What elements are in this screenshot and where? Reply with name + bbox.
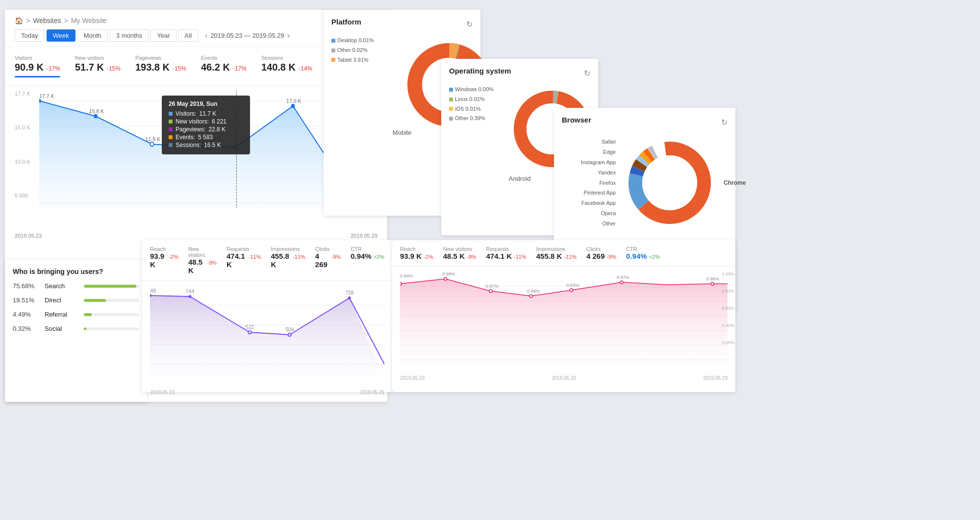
c1-val2: 744 [186, 289, 194, 294]
os-refresh-icon[interactable]: ↻ [584, 69, 590, 78]
c2-pt4 [529, 295, 532, 297]
direct-bar-container [84, 299, 139, 302]
c2-pt3 [489, 290, 492, 293]
os-legend-windows: Windows 0.00% [449, 85, 503, 95]
c2-pt1 [400, 282, 402, 285]
sessions-value: 140.8 K [261, 62, 296, 73]
direct-pct: 19.51% [13, 297, 40, 304]
platform-legend-other: Other 0.02% [331, 46, 395, 55]
c2-ctr: CTR 0.94% +2% [626, 246, 660, 260]
c1-pt4 [288, 333, 291, 336]
date-end-label: 2019.05.29 [351, 233, 377, 239]
date-start-label: 2019.05.23 [15, 233, 42, 239]
c1-date-start: 2019.05.23 [150, 390, 175, 395]
social-name: Social [45, 325, 79, 332]
c1-val3: 522 [246, 324, 254, 330]
direct-bar [84, 299, 106, 302]
tooltip-events: Events: 5 583 [169, 134, 243, 141]
home-icon[interactable]: 🏠 [15, 17, 23, 25]
breadcrumb-websites[interactable]: Websites [33, 17, 61, 25]
referral-bar [84, 313, 92, 316]
tooltip-newv-label: New visitors: [176, 118, 209, 125]
tooltip-new-visitors: New visitors: 6 221 [169, 118, 243, 125]
filter-3months[interactable]: 3 months [110, 29, 149, 42]
date-range-label: 2019.05.23 — 2019.05.29 [210, 32, 284, 39]
tooltip-ev-val: 5 583 [198, 134, 213, 141]
c2-pct6: 0.97% [617, 275, 629, 280]
filter-year[interactable]: Year [151, 29, 176, 42]
search-bar-container [84, 285, 139, 288]
tooltip-ev-dot [169, 135, 173, 139]
pageviews-value: 193.8 K [135, 62, 170, 73]
tooltip-date: 26 May 2019, Sun [169, 100, 243, 107]
c1-pt2 [188, 295, 191, 298]
c1-val4: 504 [286, 327, 294, 332]
os-title: Operating system [449, 67, 511, 75]
new-visitors-label: New visitors [75, 55, 121, 61]
y-label-3: 10.0 K [15, 159, 30, 165]
console1-chart-svg: 748 744 522 504 726 [150, 286, 384, 376]
c2-pt6 [620, 281, 623, 284]
visitors-label: Visitors [15, 55, 60, 61]
console-card-2: Reach 93.9 K -2% New visitors 48.5 K -9%… [392, 240, 735, 392]
y-label-4: 5 000 [15, 193, 30, 198]
browser-legend-facebook: Facebook App [562, 198, 616, 208]
c2-pt7 [711, 282, 714, 285]
chart-point-6 [291, 104, 295, 108]
c2-pct7: 0.96% [706, 276, 719, 281]
filter-week[interactable]: Week [47, 29, 75, 42]
point-label-1: 17.7 K [39, 93, 54, 99]
source-search: 75.68% Search [13, 282, 139, 290]
console1-metrics: Reach 93.9 K -2% New visitors 48.5 K -9%… [142, 240, 392, 281]
platform-refresh-icon[interactable]: ↻ [466, 20, 473, 29]
c2-date-end: 2019.05.29 [703, 375, 728, 381]
c2-pct2: 0.98% [442, 272, 455, 276]
os-legend-linux: Linux 0.01% [449, 95, 503, 104]
filter-all[interactable]: All [178, 29, 198, 42]
c1-impressions: Impressions 455.8 K -11% [271, 246, 305, 274]
metric-sessions: Sessions 140.8 K -14% [261, 55, 312, 77]
events-value: 46.2 K [201, 62, 230, 73]
console2-chart-area: 0.94% 0.98% 0.87% 0.89% 0.93% 0.97% 0.96… [392, 267, 735, 374]
c2-clicks: Clicks 4 269 -9% [586, 246, 616, 260]
c2-reach: Reach 93.9 K -2% [400, 246, 433, 260]
tooltip-pv-label: Pageviews: [176, 126, 205, 133]
events-change: -17% [233, 65, 247, 72]
point-label-6: 17.0 K [286, 98, 302, 104]
platform-legend-tablet: Tablet 3.91% [331, 55, 395, 65]
browser-donut-hole [642, 155, 697, 210]
c1-pt5 [348, 297, 351, 299]
browser-donut-svg [621, 134, 719, 232]
c2-pct5: 0.93% [566, 283, 579, 288]
tooltip-sess-val: 16.5 K [204, 142, 221, 149]
c1-date-end: 2019.05.26 [360, 390, 384, 395]
metric-visitors: Visitors 90.9 K -17% [15, 55, 60, 77]
c1-val5: 726 [346, 290, 354, 296]
filter-today[interactable]: Today [15, 29, 45, 42]
users-sources-card: Who is bringing you users? 75.68% Search… [5, 260, 147, 402]
prev-arrow[interactable]: ‹ [205, 31, 207, 40]
metric-new-visitors: New visitors 51.7 K -15% [75, 55, 121, 77]
next-arrow[interactable]: › [287, 31, 290, 40]
events-label: Events [201, 55, 247, 61]
search-bar [84, 285, 136, 288]
visitors-value: 90.9 K [15, 62, 44, 73]
browser-legend-firefox: Firefox [562, 178, 616, 188]
tooltip-sess-label: Sessions: [176, 142, 201, 149]
referral-name: Referral [45, 311, 79, 318]
chart-point-2 [94, 114, 98, 118]
c2-requests: Requests 474.1 K -11% [486, 246, 527, 260]
c2-y2: 0.80% [722, 289, 734, 294]
tooltip-pageviews: Pageviews: 22.8 K [169, 126, 243, 133]
filter-month[interactable]: Month [77, 29, 108, 42]
c1-ctr: CTR 0.94% +2% [351, 246, 384, 274]
c2-pct4: 0.89% [527, 289, 540, 294]
users-title: Who is bringing you users? [13, 268, 139, 275]
tooltip-pv-val: 22.8 K [208, 126, 226, 133]
c2-pct1: 0.94% [400, 273, 413, 278]
date-navigation: ‹ 2019.05.23 — 2019.05.29 › [205, 31, 290, 40]
browser-refresh-icon[interactable]: ↻ [721, 118, 728, 127]
browser-legend-edge: Edge [562, 147, 616, 157]
c2-y1: 1.00% [722, 272, 734, 276]
console1-chart-area: 748 744 522 504 726 [142, 281, 392, 389]
